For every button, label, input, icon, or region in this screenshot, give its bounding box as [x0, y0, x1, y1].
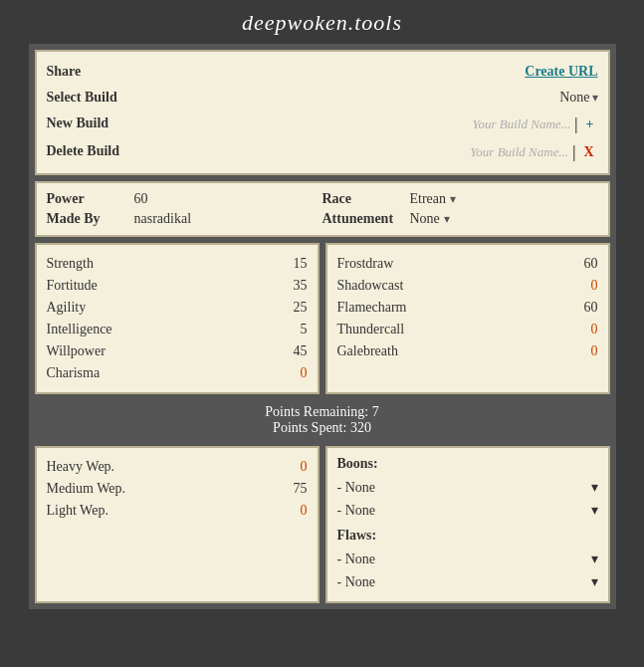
- flaw-value: - None: [337, 552, 376, 567]
- stat-value: 0: [591, 322, 598, 337]
- stat-value: 60: [584, 256, 598, 272]
- chevron-down-icon: ▾: [591, 479, 598, 496]
- boon-select-row[interactable]: - None▾: [337, 476, 598, 499]
- bottom-row: Heavy Wep.0Medium Wep.75Light Wep.0 Boon…: [35, 446, 610, 603]
- attunement-label: Attunement: [322, 211, 402, 227]
- stat-value: 25: [294, 300, 308, 316]
- stat-label: Charisma: [47, 365, 101, 381]
- weapon-label: Heavy Wep.: [47, 459, 115, 475]
- stat-value: 60: [584, 300, 598, 316]
- stat-item: Frostdraw60: [337, 253, 598, 275]
- share-label: Share: [47, 60, 322, 84]
- flaw-select-row[interactable]: - None▾: [337, 570, 598, 593]
- stat-item: Agility25: [47, 297, 308, 319]
- stat-item: Willpower45: [47, 340, 308, 362]
- race-label: Race: [322, 191, 402, 207]
- build-controls-card: Share Create URL Select Build None ▾ New…: [35, 50, 610, 175]
- stat-value: 0: [301, 365, 308, 381]
- delete-build-input[interactable]: [409, 144, 568, 160]
- new-build-label: New Build: [47, 111, 322, 137]
- stat-value: 5: [301, 322, 308, 337]
- weapon-label: Medium Wep.: [47, 481, 126, 497]
- boon-select[interactable]: - None▾: [337, 479, 598, 496]
- stat-value: 0: [591, 343, 598, 359]
- stats-row: Strength15Fortitude35Agility25Intelligen…: [35, 243, 610, 394]
- made-by-row: Made By nasradikal: [47, 211, 322, 227]
- weapon-label: Light Wep.: [47, 503, 108, 519]
- new-build-input[interactable]: [411, 116, 570, 132]
- chevron-down-icon: ▾: [592, 91, 598, 106]
- flaws-section-label: Flaws:: [337, 528, 598, 544]
- chevron-down-icon: ▾: [591, 502, 598, 519]
- right-stats-card: Frostdraw60Shadowcast0Flamecharm60Thunde…: [325, 243, 610, 394]
- attunement-chevron-icon: ▾: [444, 212, 450, 227]
- weapon-value: 75: [294, 481, 308, 497]
- stat-item: Charisma0: [47, 362, 308, 384]
- made-by-value: nasradikal: [134, 211, 192, 227]
- stat-label: Thundercall: [337, 322, 405, 337]
- stat-item: Flamecharm60: [337, 297, 598, 319]
- power-label: Power: [47, 191, 126, 207]
- stat-item: Galebreath0: [337, 340, 598, 362]
- race-select[interactable]: Etrean ▾: [410, 191, 457, 207]
- attunement-value: None: [410, 211, 440, 227]
- race-chevron-icon: ▾: [450, 192, 456, 207]
- create-url-button[interactable]: Create URL: [525, 64, 597, 80]
- points-display: Points Remaining: 7 Points Spent: 320: [35, 400, 610, 440]
- race-row: Race Etrean ▾: [322, 191, 598, 207]
- chevron-down-icon: ▾: [591, 573, 598, 590]
- flaw-select[interactable]: - None▾: [337, 551, 598, 567]
- chevron-down-icon: ▾: [591, 551, 598, 567]
- stat-value: 35: [294, 278, 308, 294]
- character-info-card: Power 60 Race Etrean ▾ Made By nasradika…: [35, 181, 610, 237]
- attunement-select[interactable]: None ▾: [410, 211, 450, 227]
- stat-value: 15: [294, 256, 308, 272]
- site-title: deepwoken.tools: [0, 0, 644, 44]
- points-remaining: Points Remaining: 7: [35, 404, 610, 420]
- separator2: |: [572, 143, 575, 161]
- flaw-value: - None: [337, 574, 376, 590]
- flaw-select[interactable]: - None▾: [337, 573, 598, 590]
- weapon-item: Medium Wep.75: [47, 478, 308, 500]
- points-spent: Points Spent: 320: [35, 420, 610, 436]
- stat-label: Frostdraw: [337, 256, 394, 272]
- stat-label: Flamecharm: [337, 300, 407, 316]
- race-value: Etrean: [410, 191, 447, 207]
- stat-value: 0: [591, 278, 598, 294]
- boon-select-row[interactable]: - None▾: [337, 499, 598, 522]
- stat-item: Shadowcast0: [337, 275, 598, 297]
- points-spent-label: Points Spent:: [273, 420, 346, 435]
- stat-label: Strength: [47, 256, 94, 272]
- stat-label: Willpower: [47, 343, 106, 359]
- points-spent-value: 320: [350, 420, 371, 435]
- power-value: 60: [134, 191, 148, 207]
- boon-value: - None: [337, 480, 376, 496]
- stat-item: Fortitude35: [47, 275, 308, 297]
- select-build-label: Select Build: [47, 86, 322, 110]
- weapons-card: Heavy Wep.0Medium Wep.75Light Wep.0: [35, 446, 320, 603]
- boons-section-label: Boons:: [337, 456, 598, 472]
- stat-label: Galebreath: [337, 343, 398, 359]
- stat-item: Strength15: [47, 253, 308, 275]
- boons-flaws-card: Boons:- None▾- None▾Flaws:- None▾- None▾: [325, 446, 610, 603]
- main-container: Share Create URL Select Build None ▾ New…: [29, 44, 616, 609]
- left-stats-card: Strength15Fortitude35Agility25Intelligen…: [35, 243, 320, 394]
- points-remaining-value: 7: [372, 404, 379, 419]
- power-row: Power 60: [47, 191, 322, 207]
- weapon-value: 0: [301, 503, 308, 519]
- stat-item: Thundercall0: [337, 319, 598, 340]
- stat-item: Intelligence5: [47, 319, 308, 340]
- made-by-label: Made By: [47, 211, 126, 227]
- separator: |: [574, 115, 577, 133]
- select-build-value: None ▾: [559, 90, 597, 106]
- boon-select[interactable]: - None▾: [337, 502, 598, 519]
- stat-label: Intelligence: [47, 322, 112, 337]
- delete-build-button[interactable]: X: [579, 144, 597, 160]
- stat-label: Shadowcast: [337, 278, 404, 294]
- boon-value: - None: [337, 503, 376, 519]
- flaw-select-row[interactable]: - None▾: [337, 548, 598, 570]
- delete-build-label: Delete Build: [47, 139, 322, 165]
- weapon-item: Light Wep.0: [47, 500, 308, 522]
- add-build-button[interactable]: +: [582, 116, 598, 132]
- points-remaining-label: Points Remaining:: [265, 404, 368, 419]
